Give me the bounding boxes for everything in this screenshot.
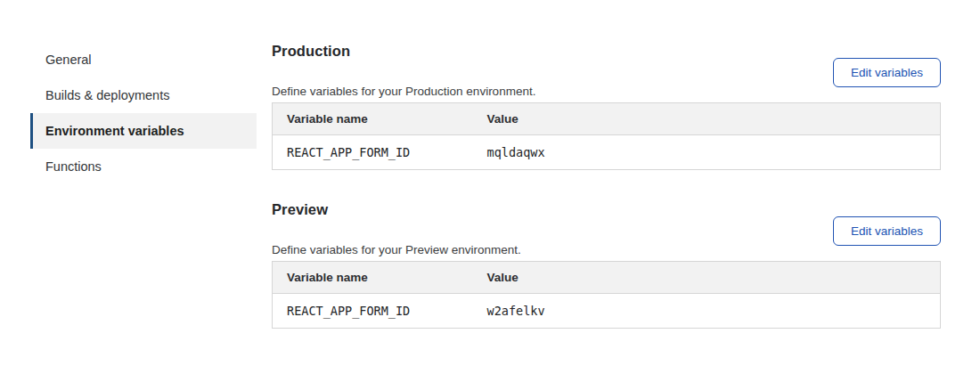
table-row: REACT_APP_FORM_ID w2afelkv (273, 294, 941, 329)
sidebar-item-general[interactable]: General (30, 42, 257, 77)
preview-section-title: Preview (272, 201, 328, 218)
sidebar-item-label: Environment variables (45, 124, 184, 138)
production-edit-variables-button[interactable]: Edit variables (833, 58, 941, 87)
table-header-row: Variable name Value (273, 262, 941, 294)
sidebar-item-label: General (45, 53, 92, 67)
table-header-row: Variable name Value (273, 103, 941, 135)
production-variables-table: Variable name Value REACT_APP_FORM_ID mq… (272, 102, 941, 170)
production-section-description: Define variables for your Production env… (272, 85, 535, 98)
variable-name-cell: REACT_APP_FORM_ID (273, 294, 473, 329)
variable-name-cell: REACT_APP_FORM_ID (273, 135, 473, 170)
settings-sidebar: General Builds & deployments Environment… (30, 42, 257, 184)
sidebar-item-environment-variables[interactable]: Environment variables (30, 113, 257, 149)
variable-name-column-header: Variable name (273, 103, 473, 135)
production-section-title: Production (272, 43, 350, 60)
sidebar-item-label: Builds & deployments (45, 88, 169, 102)
settings-page: General Builds & deployments Environment… (0, 0, 980, 374)
sidebar-item-builds-deployments[interactable]: Builds & deployments (30, 77, 257, 113)
preview-edit-variables-button[interactable]: Edit variables (833, 216, 941, 246)
variable-value-cell: w2afelkv (473, 294, 941, 329)
sidebar-item-label: Functions (45, 159, 102, 174)
preview-section-description: Define variables for your Preview enviro… (272, 243, 521, 256)
sidebar-item-functions[interactable]: Functions (30, 149, 257, 184)
table-row: REACT_APP_FORM_ID mqldaqwx (273, 135, 941, 170)
variable-name-column-header: Variable name (273, 262, 473, 294)
variable-value-cell: mqldaqwx (473, 135, 941, 170)
preview-variables-table: Variable name Value REACT_APP_FORM_ID w2… (272, 261, 941, 329)
value-column-header: Value (473, 262, 941, 294)
value-column-header: Value (473, 103, 941, 135)
